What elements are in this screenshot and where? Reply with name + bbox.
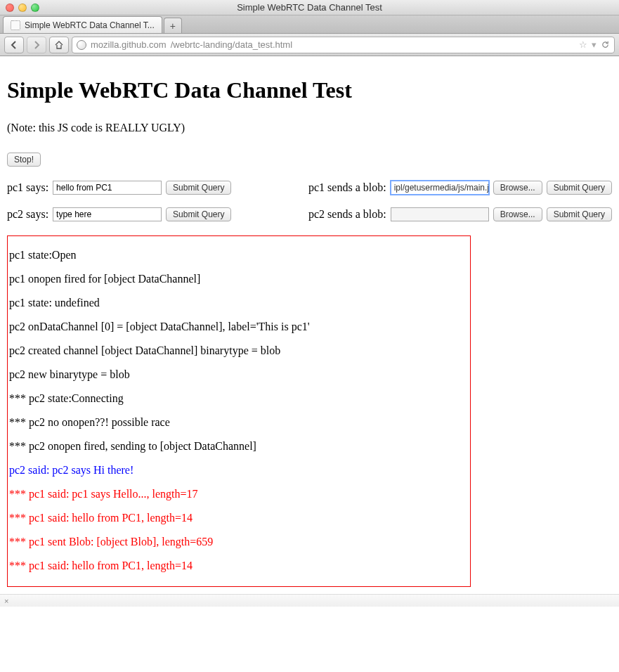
log-line: pc1 state: undefined [9,297,469,309]
pc1-says-label: pc1 says: [7,181,48,194]
pc1-says-submit-button[interactable]: Submit Query [166,181,231,195]
browser-tab-active[interactable]: Simple WebRTC Data Channel T... [3,16,162,33]
bookmark-star-icon[interactable]: ☆ [579,39,587,50]
pc1-blob-cell: pc1 sends a blob: ipl/getusermedia/js/ma… [308,181,612,195]
new-tab-button[interactable]: + [164,18,182,33]
page-content: Simple WebRTC Data Channel Test (Note: t… [0,56,619,594]
log-line: pc1 state:Open [9,249,469,261]
arrow-left-icon [9,40,19,50]
reload-icon[interactable] [601,40,610,49]
close-window-button[interactable] [6,4,14,12]
plus-icon: + [170,20,176,32]
pc2-blob-label: pc2 sends a blob: [308,208,386,221]
pc2-says-input[interactable] [53,207,162,221]
browser-toolbar: mozilla.github.com/webrtc-landing/data_t… [0,34,619,56]
pc2-row: pc2 says: Submit Query pc2 sends a blob:… [7,207,612,221]
log-line: *** pc1 said: hello from PC1, length=14 [9,560,469,572]
pc1-blob-submit-button[interactable]: Submit Query [547,181,612,195]
url-host: mozilla.github.com [91,39,167,50]
pc2-says-label: pc2 says: [7,208,48,221]
log-line: *** pc2 state:Connecting [9,392,469,405]
minimize-window-button[interactable] [18,4,27,12]
pc2-blob-submit-button[interactable]: Submit Query [547,207,612,221]
window-titlebar: Simple WebRTC Data Channel Test [0,0,619,15]
pc1-blob-label: pc1 sends a blob: [308,181,386,194]
dropdown-chevron-icon[interactable]: ▾ [592,39,597,50]
log-output-box[interactable]: pc1 state:Openpc1 onopen fired for [obje… [7,235,471,587]
home-icon [54,40,64,50]
pc2-blob-file-input[interactable] [391,207,489,221]
favicon-icon [11,20,20,30]
log-line: *** pc2 no onopen??! possible race [9,416,469,429]
pc1-says-cell: pc1 says: Submit Query [7,181,231,195]
tab-strip: Simple WebRTC Data Channel T... + [0,15,619,34]
log-line: *** pc2 onopen fired, sending to [object… [9,440,469,453]
log-line: *** pc1 sent Blob: [object Blob], length… [9,536,469,548]
url-bar[interactable]: mozilla.github.com/webrtc-landing/data_t… [72,37,615,53]
log-line: *** pc1 said: hello from PC1, length=14 [9,512,469,524]
log-line: *** pc1 said: pc1 says Hello..., length=… [9,488,469,500]
pc2-says-cell: pc2 says: Submit Query [7,207,231,221]
log-line: pc1 onopen fired for [object DataChannel… [9,273,469,285]
zoom-window-button[interactable] [31,4,39,12]
arrow-right-icon [32,40,41,50]
stop-button[interactable]: Stop! [7,153,41,167]
status-bar: × [0,594,619,607]
traffic-lights [6,4,39,12]
log-line: pc2 new binarytype = blob [9,368,469,381]
url-path: /webrtc-landing/data_test.html [171,39,292,50]
back-button[interactable] [4,37,24,53]
status-close-icon[interactable]: × [4,597,8,605]
log-line: pc2 said: pc2 says Hi there! [9,464,469,477]
pc2-says-submit-button[interactable]: Submit Query [166,207,231,221]
window-title: Simple WebRTC Data Channel Test [0,2,619,13]
globe-icon [77,40,86,50]
log-line: pc2 onDataChannel [0] = [object DataChan… [9,321,469,333]
tab-label: Simple WebRTC Data Channel T... [25,20,155,30]
page-title: Simple WebRTC Data Channel Test [7,77,612,103]
pc1-blob-browse-button[interactable]: Browse... [493,181,542,195]
pc1-blob-file-input[interactable]: ipl/getusermedia/js/main.js [391,181,489,195]
pc1-row: pc1 says: Submit Query pc1 sends a blob:… [7,181,612,195]
forward-button[interactable] [27,37,46,53]
home-button[interactable] [49,37,69,53]
log-line: pc2 created channel [object DataChannel]… [9,344,469,357]
pc1-says-input[interactable] [53,181,162,195]
pc2-blob-browse-button[interactable]: Browse... [493,207,542,221]
pc2-blob-cell: pc2 sends a blob: Browse... Submit Query [308,207,612,221]
note-text: (Note: this JS code is REALLY UGLY) [7,122,612,134]
